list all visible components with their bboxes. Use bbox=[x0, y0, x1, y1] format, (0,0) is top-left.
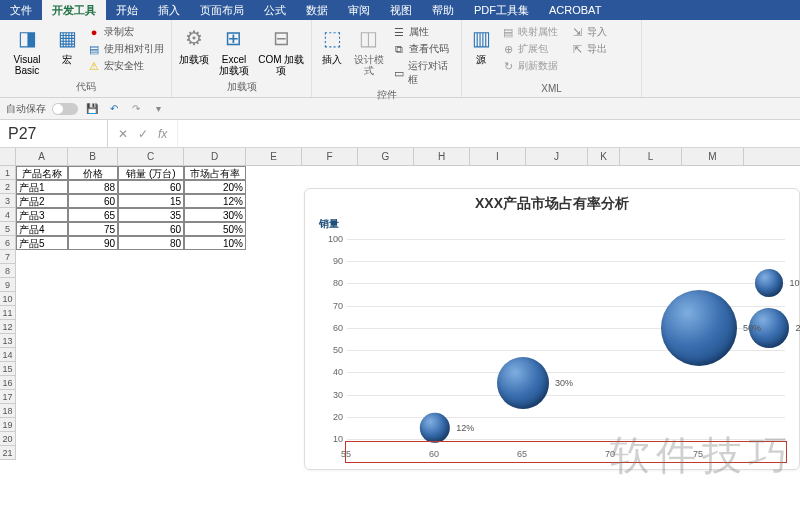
row-header[interactable]: 4 bbox=[0, 208, 15, 222]
run-dialog-button[interactable]: ▭运行对话框 bbox=[389, 58, 457, 88]
data-cell[interactable]: 市场占有率 bbox=[184, 166, 246, 180]
data-cell[interactable]: 60 bbox=[68, 194, 118, 208]
properties-button[interactable]: ☰属性 bbox=[389, 24, 457, 40]
record-macro-button[interactable]: ●录制宏 bbox=[84, 24, 167, 40]
xml-source-button[interactable]: ▥源 bbox=[466, 22, 496, 67]
data-cell[interactable]: 产品3 bbox=[16, 208, 68, 222]
autosave-toggle[interactable] bbox=[52, 103, 78, 115]
row-header[interactable]: 18 bbox=[0, 404, 15, 418]
row-header[interactable]: 10 bbox=[0, 292, 15, 306]
col-header[interactable]: B bbox=[68, 148, 118, 165]
tab-data[interactable]: 数据 bbox=[296, 0, 338, 20]
visual-basic-button[interactable]: ◨ Visual Basic bbox=[4, 22, 50, 78]
bubble-chart[interactable]: XXX产品市场占有率分析 销量 10203040506070809010020%… bbox=[304, 188, 800, 470]
data-cell[interactable]: 60 bbox=[118, 180, 184, 194]
data-cell[interactable]: 15 bbox=[118, 194, 184, 208]
row-header[interactable]: 15 bbox=[0, 362, 15, 376]
data-cell[interactable]: 产品5 bbox=[16, 236, 68, 250]
col-header[interactable]: M bbox=[682, 148, 744, 165]
select-all-corner[interactable] bbox=[0, 148, 16, 166]
row-header[interactable]: 8 bbox=[0, 264, 15, 278]
formula-bar[interactable] bbox=[177, 120, 800, 147]
data-cell[interactable]: 88 bbox=[68, 180, 118, 194]
data-cell[interactable]: 75 bbox=[68, 222, 118, 236]
data-cell[interactable]: 30% bbox=[184, 208, 246, 222]
name-box[interactable]: P27 bbox=[0, 120, 108, 147]
data-cell[interactable]: 销量 (万台) bbox=[118, 166, 184, 180]
row-header[interactable]: 2 bbox=[0, 180, 15, 194]
data-cell[interactable]: 20% bbox=[184, 180, 246, 194]
macros-button[interactable]: ▦ 宏 bbox=[52, 22, 82, 67]
bubble[interactable] bbox=[661, 290, 737, 366]
row-header[interactable]: 14 bbox=[0, 348, 15, 362]
design-mode-button[interactable]: ◫设计模式 bbox=[350, 22, 387, 78]
row-header[interactable]: 17 bbox=[0, 390, 15, 404]
map-props-button[interactable]: ▤映射属性 bbox=[498, 24, 561, 40]
row-header[interactable]: 21 bbox=[0, 446, 15, 460]
row-header[interactable]: 7 bbox=[0, 250, 15, 264]
macro-security-button[interactable]: ⚠宏安全性 bbox=[84, 58, 167, 74]
import-button[interactable]: ⇲导入 bbox=[567, 24, 610, 40]
data-cell[interactable]: 产品2 bbox=[16, 194, 68, 208]
tab-home[interactable]: 开始 bbox=[106, 0, 148, 20]
data-cell[interactable]: 价格 bbox=[68, 166, 118, 180]
row-header[interactable]: 13 bbox=[0, 334, 15, 348]
row-header[interactable]: 9 bbox=[0, 278, 15, 292]
col-header[interactable]: A bbox=[16, 148, 68, 165]
col-header[interactable]: L bbox=[620, 148, 682, 165]
col-header[interactable]: D bbox=[184, 148, 246, 165]
fx-icon[interactable]: fx bbox=[158, 127, 167, 141]
tab-view[interactable]: 视图 bbox=[380, 0, 422, 20]
tab-insert[interactable]: 插入 bbox=[148, 0, 190, 20]
save-icon[interactable]: 💾 bbox=[84, 101, 100, 117]
redo-icon[interactable]: ↷ bbox=[128, 101, 144, 117]
col-header[interactable]: J bbox=[526, 148, 588, 165]
refresh-data-button[interactable]: ↻刷新数据 bbox=[498, 58, 561, 74]
data-cell[interactable]: 产品4 bbox=[16, 222, 68, 236]
excel-addins-button[interactable]: ⊞Excel 加载项 bbox=[214, 22, 254, 78]
cells-area[interactable]: XXX产品市场占有率分析 销量 10203040506070809010020%… bbox=[16, 166, 800, 505]
relative-ref-button[interactable]: ▤使用相对引用 bbox=[84, 41, 167, 57]
row-header[interactable]: 12 bbox=[0, 320, 15, 334]
com-addins-button[interactable]: ⊟COM 加载项 bbox=[256, 22, 307, 78]
col-header[interactable]: I bbox=[470, 148, 526, 165]
view-code-button[interactable]: ⧉查看代码 bbox=[389, 41, 457, 57]
data-cell[interactable]: 60 bbox=[118, 222, 184, 236]
tab-review[interactable]: 审阅 bbox=[338, 0, 380, 20]
data-cell[interactable]: 65 bbox=[68, 208, 118, 222]
tab-file[interactable]: 文件 bbox=[0, 0, 42, 20]
data-cell[interactable]: 产品1 bbox=[16, 180, 68, 194]
export-button[interactable]: ⇱导出 bbox=[567, 41, 610, 57]
col-header[interactable]: K bbox=[588, 148, 620, 165]
data-cell[interactable]: 10% bbox=[184, 236, 246, 250]
row-header[interactable]: 11 bbox=[0, 306, 15, 320]
row-header[interactable]: 3 bbox=[0, 194, 15, 208]
col-header[interactable]: F bbox=[302, 148, 358, 165]
qat-more-icon[interactable]: ▾ bbox=[150, 101, 166, 117]
tab-layout[interactable]: 页面布局 bbox=[190, 0, 254, 20]
accept-formula-icon[interactable]: ✓ bbox=[138, 127, 148, 141]
col-header[interactable]: E bbox=[246, 148, 302, 165]
insert-control-button[interactable]: ⬚插入 bbox=[316, 22, 348, 67]
tab-acrobat[interactable]: ACROBAT bbox=[539, 0, 611, 20]
col-header[interactable]: C bbox=[118, 148, 184, 165]
tab-developer[interactable]: 开发工具 bbox=[42, 0, 106, 20]
row-header[interactable]: 19 bbox=[0, 418, 15, 432]
data-cell[interactable]: 50% bbox=[184, 222, 246, 236]
data-cell[interactable]: 90 bbox=[68, 236, 118, 250]
row-header[interactable]: 20 bbox=[0, 432, 15, 446]
expand-pack-button[interactable]: ⊕扩展包 bbox=[498, 41, 561, 57]
undo-icon[interactable]: ↶ bbox=[106, 101, 122, 117]
addins-button[interactable]: ⚙加载项 bbox=[176, 22, 212, 67]
tab-formula[interactable]: 公式 bbox=[254, 0, 296, 20]
data-cell[interactable]: 35 bbox=[118, 208, 184, 222]
bubble[interactable] bbox=[755, 269, 783, 297]
cancel-formula-icon[interactable]: ✕ bbox=[118, 127, 128, 141]
tab-pdf[interactable]: PDF工具集 bbox=[464, 0, 539, 20]
row-header[interactable]: 5 bbox=[0, 222, 15, 236]
data-cell[interactable]: 12% bbox=[184, 194, 246, 208]
col-header[interactable]: G bbox=[358, 148, 414, 165]
tab-help[interactable]: 帮助 bbox=[422, 0, 464, 20]
row-header[interactable]: 1 bbox=[0, 166, 15, 180]
row-header[interactable]: 6 bbox=[0, 236, 15, 250]
